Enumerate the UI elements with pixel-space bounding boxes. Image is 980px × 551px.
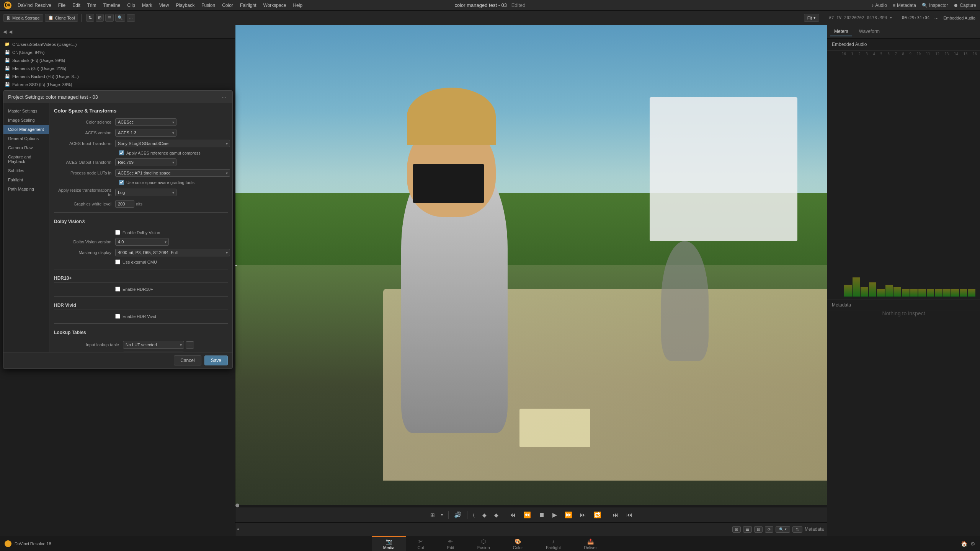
meter-ch-9 (910, 289, 918, 296)
menu-playback[interactable]: Playback (173, 2, 198, 9)
input-lut-label: Input lookup table (54, 342, 123, 347)
nav-item-deliver[interactable]: 📤 Deliver (572, 536, 608, 551)
sort-btn[interactable]: ⇅ (792, 526, 802, 533)
app-logo: DV (4, 2, 11, 9)
audio-sync-btn[interactable]: ⏮ (624, 510, 635, 520)
viewer-mode-btn[interactable]: ⊞ (428, 510, 437, 520)
transport-handle[interactable] (235, 504, 239, 507)
use-color-space-checkbox[interactable] (119, 180, 124, 185)
view-icon-grid[interactable]: ⊞ (732, 526, 741, 533)
menu-help[interactable]: Help (290, 2, 305, 9)
sidebar-item-general-options[interactable]: General Options (3, 134, 49, 143)
sidebar-item-camera-raw[interactable]: Camera Raw (3, 143, 49, 152)
skip-end-btn[interactable]: ⏭ (610, 510, 621, 520)
nav-item-fairlight[interactable]: ♪ Fairlight (534, 536, 572, 551)
next-clip-btn[interactable]: ⏩ (562, 510, 575, 520)
menu-view[interactable]: View (156, 2, 172, 9)
input-lut-more-btn[interactable]: ··· (186, 341, 194, 349)
tab-waveform[interactable]: Waveform (855, 27, 884, 36)
loop-btn[interactable]: 🔁 (591, 510, 604, 520)
menu-file[interactable]: File (55, 2, 69, 9)
inspector-toggle[interactable]: 🔍 Inspector (922, 3, 948, 8)
stop-btn[interactable]: ⏹ (536, 510, 547, 520)
menu-clip[interactable]: Clip (124, 2, 138, 9)
nav-item-fusion[interactable]: ⬡ Fusion (466, 536, 501, 551)
nav-item-edit[interactable]: ✏ Edit (436, 536, 466, 551)
menu-edit[interactable]: Edit (69, 2, 83, 9)
more-btn-left[interactable]: ··· (127, 14, 135, 22)
sidebar-item-color-management[interactable]: Color Management (3, 125, 49, 134)
tab-meters[interactable]: Meters (830, 27, 852, 36)
use-external-cmu-checkbox[interactable] (115, 259, 120, 264)
step-back-1-btn[interactable]: ⟨ (470, 510, 477, 520)
settings-btn[interactable]: ⚙ (970, 541, 975, 547)
menu-fairlight[interactable]: Fairlight (237, 2, 260, 9)
menu-mark[interactable]: Mark (139, 2, 155, 9)
sidebar-item-capture-playback[interactable]: Capture and Playback (3, 152, 49, 166)
menu-timeline[interactable]: Timeline (100, 2, 123, 9)
clone-tool-btn[interactable]: 📋 Clone Tool (45, 14, 78, 22)
menu-davinci-resolve[interactable]: DaVinci Resolve (15, 2, 54, 9)
nav-item-color[interactable]: 🎨 Color (501, 536, 534, 551)
enable-hdr-vivid-checkbox[interactable] (115, 314, 120, 319)
zoom-btn[interactable]: 🔍▾ (776, 526, 790, 533)
sidebar-item-path-mapping[interactable]: Path Mapping (3, 184, 49, 194)
menu-color[interactable]: Color (219, 2, 236, 9)
graphics-white-level-label: Graphics white level (54, 202, 115, 206)
dolby-version-select[interactable]: 4.0 (115, 238, 169, 246)
home-btn[interactable]: 🏠 (961, 541, 967, 547)
fit-dropdown[interactable]: Fit ▾ (804, 14, 819, 22)
save-button[interactable]: Save (204, 355, 228, 365)
sidebar-item-master-settings[interactable]: Master Settings (3, 106, 49, 116)
graphics-white-level-input[interactable] (115, 200, 134, 208)
audio-scrub-btn[interactable]: 🔊 (452, 510, 464, 520)
icon-btn-2[interactable]: ⊞ (96, 14, 104, 22)
dialog-more-btn[interactable]: ··· (220, 94, 228, 100)
output-lut-select[interactable]: No LUT selected (123, 352, 184, 352)
view-icon-list[interactable]: ☰ (743, 526, 752, 533)
more-btn-right[interactable]: ··· (933, 15, 941, 21)
viewer-chevron-down-btn[interactable]: ▾ (439, 511, 445, 518)
apply-resize-select[interactable]: Log (115, 189, 176, 196)
music-icon: ♪ (871, 3, 874, 8)
sidebar-item-image-scaling[interactable]: Image Scaling (3, 116, 49, 125)
aces-input-transform-select[interactable]: Sony SLog3 SGamut3Cine (115, 140, 230, 147)
view-transform-btn[interactable]: ⟳ (765, 526, 773, 533)
aces-version-select[interactable]: ACES 1.3 (115, 129, 176, 137)
process-node-select[interactable]: ACEScc AP1 timeline space (115, 169, 230, 177)
input-lut-select[interactable]: No LUT selected (123, 341, 184, 349)
icon-btn-1[interactable]: ⇅ (86, 14, 94, 22)
menu-workspace[interactable]: Workspace (260, 2, 289, 9)
transport-bar[interactable] (235, 505, 827, 507)
icon-btn-3[interactable]: ☰ (105, 14, 114, 22)
aces-output-select[interactable]: Rec.709 (115, 158, 176, 166)
sidebar-item-subtitles[interactable]: Subtitles (3, 166, 49, 175)
apply-aces-checkbox[interactable] (119, 150, 124, 155)
color-science-select[interactable]: ACEScc (115, 118, 176, 126)
nav-item-cut[interactable]: ✂ Cut (406, 536, 436, 551)
menu-trim[interactable]: Trim (84, 2, 100, 9)
metadata-label-bottom[interactable]: Metadata (805, 527, 824, 532)
metadata-toggle[interactable]: ≡ Metadata (893, 3, 916, 8)
capture-toggle[interactable]: ⏺ Capture (954, 3, 976, 8)
icon-btn-4[interactable]: 🔍 (115, 14, 125, 22)
menu-fusion[interactable]: Fusion (198, 2, 218, 9)
lut-section-title: Lookup Tables (54, 330, 228, 337)
prev-clip-btn[interactable]: ⏪ (521, 510, 533, 520)
next-frame-btn[interactable]: ◆ (492, 510, 501, 520)
sidebar-item-fairlight[interactable]: Fairlight (3, 175, 49, 184)
meter-ch-4 (869, 282, 877, 297)
skip-to-start-btn[interactable]: ⏮ (507, 510, 518, 520)
mastering-display-select[interactable]: 4000-nit, P3, D65, ST.2084, Full (115, 249, 230, 256)
main-layout: ◀ ◀ 📁 C:\Users\Stefan\Videos (Usage:...)… (0, 25, 980, 536)
audio-toggle[interactable]: ♪ Audio (871, 3, 887, 8)
enable-hdr10-checkbox[interactable] (115, 287, 120, 292)
media-storage-btn[interactable]: 🗄 Media Storage (3, 14, 43, 22)
skip-to-end-btn[interactable]: ⏭ (578, 510, 588, 520)
prev-frame-btn[interactable]: ◆ (480, 510, 489, 520)
nav-item-media[interactable]: 📷 Media (372, 536, 406, 551)
enable-dolby-checkbox[interactable] (115, 230, 120, 235)
cancel-button[interactable]: Cancel (174, 355, 201, 365)
play-btn[interactable]: ▶ (550, 510, 559, 520)
view-icon-detail[interactable]: ⊟ (754, 526, 763, 533)
